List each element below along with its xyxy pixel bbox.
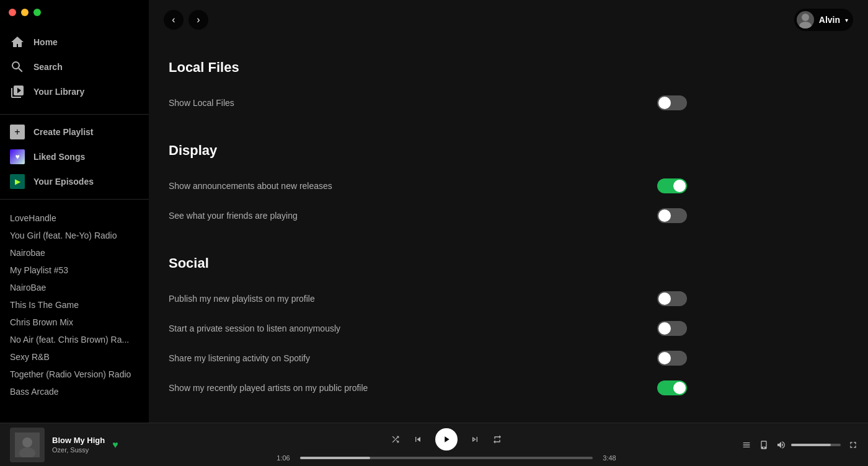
fullscreen-button[interactable] [848,440,858,450]
main-content: ‹ › Alvin ▾ Local FilesShow Local FilesD… [149,0,868,423]
sidebar-item-search-label: Search [33,62,63,72]
list-item[interactable]: LoveHandle [0,209,149,227]
toggle-slider-private-session [657,321,687,336]
toggle-slider-show-friends [657,208,687,223]
track-name: Blow My High [52,436,105,445]
library-icon [10,84,25,99]
repeat-button[interactable] [492,434,502,444]
svg-point-1 [799,22,812,29]
sidebar-item-create-playlist[interactable]: + Create Playlist [0,120,149,144]
user-menu[interactable]: Alvin ▾ [794,9,853,31]
toggle-show-recently-played[interactable] [657,380,687,395]
toggle-share-activity[interactable] [657,351,687,366]
sidebar-item-library[interactable]: Your Library [0,79,149,104]
setting-label-publish-playlists: Publish my new playlists on my profile [169,294,657,304]
liked-songs-icon: ♥ [10,149,25,164]
current-time: 1:06 [273,454,294,462]
player-right-controls [684,440,858,450]
list-item[interactable]: Sexy R&B [0,348,149,366]
list-item[interactable]: Bass Arcade [0,383,149,400]
track-thumbnail [10,428,45,462]
titlebar [0,0,149,25]
chevron-down-icon: ▾ [845,17,848,24]
player-track-info: Blow My High Ozer, Sussy ♥ [10,428,208,462]
nav-buttons: ‹ › [164,10,208,30]
volume-area [776,440,841,450]
sidebar-item-your-episodes-label: Your Episodes [33,177,94,187]
player-controls-area: 1:06 3:48 [208,428,684,462]
sidebar-item-create-playlist-label: Create Playlist [33,127,94,137]
volume-icon[interactable] [776,440,786,450]
total-time: 3:48 [599,454,620,462]
settings-body: Local FilesShow Local FilesDisplayShow a… [149,40,707,423]
toggle-slider-show-recently-played [657,380,687,395]
progress-fill [300,457,370,459]
setting-row-show-recently-played: Show my recently played artists on my pu… [169,373,687,403]
volume-fill [791,444,831,446]
progress-bar[interactable] [300,457,593,459]
sidebar-item-your-episodes[interactable]: ▶ Your Episodes [0,169,149,194]
home-icon [10,35,25,50]
sidebar-item-liked-songs-label: Liked Songs [33,152,85,162]
player-bar: Blow My High Ozer, Sussy ♥ 1:06 [0,423,868,466]
toggle-show-announcements[interactable] [657,178,687,193]
sidebar-divider-2 [0,199,149,200]
previous-button[interactable] [413,434,423,444]
sidebar-item-library-label: Your Library [33,87,84,97]
list-item[interactable]: My Playlist #53 [0,262,149,279]
list-item[interactable]: Together (Radio Version) Radio [0,366,149,383]
list-item[interactable]: This Is The Game [0,296,149,314]
setting-label-share-activity: Share my listening activity on Spotify [169,353,657,363]
setting-row-show-friends: See what your friends are playing [169,201,687,231]
toggle-slider-share-activity [657,351,687,366]
toggle-publish-playlists[interactable] [657,291,687,306]
queue-button[interactable] [742,440,751,450]
toggle-private-session[interactable] [657,321,687,336]
toggle-slider-show-announcements [657,178,687,193]
playback-controls [391,428,502,451]
list-item[interactable]: Chris Brown Mix [0,314,149,331]
list-item[interactable]: You Girl (feat. Ne-Yo) Radio [0,227,149,244]
device-button[interactable] [759,440,769,450]
main-layout: Home Search Your Library [0,0,868,423]
sidebar: Home Search Your Library [0,0,149,423]
progress-area: 1:06 3:48 [273,454,620,462]
create-playlist-icon: + [10,125,25,139]
setting-row-publish-playlists: Publish my new playlists on my profile [169,284,687,314]
sidebar-item-liked-songs[interactable]: ♥ Liked Songs [0,144,149,169]
setting-row-private-session: Start a private session to listen anonym… [169,314,687,343]
episodes-icon: ▶ [10,174,25,189]
maximize-button[interactable] [33,9,41,16]
next-button[interactable] [470,434,480,444]
setting-label-show-announcements: Show announcements about new releases [169,181,657,191]
setting-label-show-local-files: Show Local Files [169,98,657,108]
search-icon [10,59,25,74]
back-button[interactable]: ‹ [164,10,184,30]
sidebar-divider-1 [0,114,149,115]
settings-section-display: DisplayShow announcements about new rele… [169,138,687,231]
close-button[interactable] [9,9,16,16]
shuffle-button[interactable] [391,434,401,444]
section-title-display: Display [169,138,687,159]
toggle-slider-show-local-files [657,95,687,110]
play-pause-button[interactable] [435,428,458,451]
playlist-list: LoveHandleYou Girl (feat. Ne-Yo) RadioNa… [0,204,149,423]
list-item[interactable]: NairoBae [0,279,149,296]
user-name: Alvin [819,15,840,25]
minimize-button[interactable] [21,9,29,16]
sidebar-item-home-label: Home [33,37,58,47]
volume-bar[interactable] [791,444,841,446]
setting-label-show-friends: See what your friends are playing [169,211,657,221]
toggle-show-friends[interactable] [657,208,687,223]
list-item[interactable]: No Air (feat. Chris Brown) Ra... [0,331,149,348]
sidebar-item-home[interactable]: Home [0,30,149,55]
list-item[interactable]: Nairobae [0,244,149,262]
forward-button[interactable]: › [188,10,208,30]
track-details: Blow My High Ozer, Sussy [52,436,105,454]
track-artists: Ozer, Sussy [52,446,105,454]
setting-row-share-activity: Share my listening activity on Spotify [169,343,687,373]
like-button[interactable]: ♥ [112,439,118,451]
toggle-show-local-files[interactable] [657,95,687,110]
sidebar-nav: Home Search Your Library [0,25,149,109]
sidebar-item-search[interactable]: Search [0,55,149,79]
